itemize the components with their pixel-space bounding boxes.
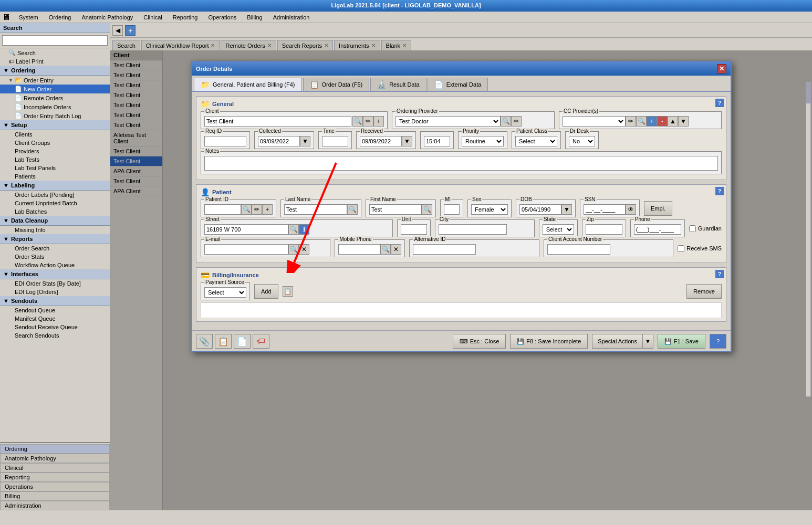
sidebar-section-interfaces[interactable]: ▼ Interfaces xyxy=(0,269,110,279)
sidebar-section-reports[interactable]: ▼ Reports xyxy=(0,234,110,244)
billing-help-button[interactable]: ? xyxy=(715,270,724,278)
footer-paperclip-btn[interactable]: 📎 xyxy=(196,334,213,349)
cc-providers-search-btn[interactable]: 🔍 xyxy=(636,116,647,127)
bottom-ordering[interactable]: Ordering xyxy=(0,444,110,454)
ordering-provider-edit-btn[interactable]: ✏ xyxy=(511,116,522,127)
unit-input[interactable] xyxy=(401,224,427,235)
sidebar-item-lab-tests[interactable]: Lab Tests xyxy=(0,155,110,164)
menu-operations[interactable]: Operations xyxy=(206,13,239,22)
priority-select[interactable]: Routine STAT Urgent xyxy=(462,136,504,146)
modal-tab-order-data[interactable]: 📋 Order Data (F5) xyxy=(303,78,370,91)
sidebar-item-incomplete-orders[interactable]: 📄 Incomplete Orders xyxy=(0,102,110,111)
dob-calendar-btn[interactable]: ▼ xyxy=(561,204,572,215)
sidebar-item-clients[interactable]: Clients xyxy=(0,130,110,139)
mi-input[interactable] xyxy=(444,204,460,215)
sidebar-item-current-unprinted[interactable]: Current Unprinted Batch xyxy=(0,199,110,207)
scrollbar-thumb[interactable] xyxy=(806,82,810,103)
phone-input[interactable] xyxy=(634,224,681,235)
bottom-anatomic-pathology[interactable]: Anatomic Pathology xyxy=(0,454,110,463)
footer-help-button[interactable]: ? xyxy=(710,334,726,349)
received-input[interactable] xyxy=(360,136,402,146)
sidebar-section-data-cleanup[interactable]: ▼ Data Cleanup xyxy=(0,216,110,226)
last-name-input[interactable] xyxy=(284,204,347,215)
collected-input[interactable] xyxy=(258,136,300,146)
menu-anatomic-pathology[interactable]: Anatomic Pathology xyxy=(79,13,135,22)
bottom-reporting[interactable]: Reporting xyxy=(0,472,110,482)
tab-blank-close[interactable]: ✕ xyxy=(402,43,407,48)
mobile-phone-input[interactable] xyxy=(338,244,380,255)
f8-save-incomplete-button[interactable]: 💾 F8 : Save Incomplete xyxy=(510,334,588,349)
sidebar-section-labeling[interactable]: ▼ Labeling xyxy=(0,181,110,191)
payment-source-select[interactable]: Select xyxy=(204,287,246,298)
general-help-button[interactable]: ? xyxy=(715,99,724,107)
cc-providers-up-btn[interactable]: ▲ xyxy=(668,116,678,127)
first-name-input[interactable] xyxy=(369,204,422,215)
sidebar-section-setup[interactable]: ▼ Setup xyxy=(0,120,110,130)
notes-textarea[interactable] xyxy=(204,156,718,171)
sidebar-item-missing-info[interactable]: Missing Info xyxy=(0,226,110,234)
menu-ordering[interactable]: Ordering xyxy=(47,13,74,22)
sidebar-item-order-search[interactable]: Order Search xyxy=(0,244,110,253)
patient-id-add-btn[interactable]: + xyxy=(262,204,273,215)
sidebar-item-label-print[interactable]: 🏷 Label Print xyxy=(0,57,110,66)
alt-id-input[interactable] xyxy=(413,244,476,255)
sidebar-section-sendouts[interactable]: ▼ Sendouts xyxy=(0,296,110,306)
remove-payment-button[interactable]: Remove xyxy=(686,284,722,299)
footer-list-btn[interactable]: 📋 xyxy=(215,334,232,349)
zip-input[interactable] xyxy=(586,224,622,235)
email-input[interactable] xyxy=(204,244,288,255)
sex-select[interactable]: Female Male Unknown xyxy=(471,204,508,215)
ssn-toggle-btn[interactable]: 👁 xyxy=(626,204,636,215)
modal-tab-external-data[interactable]: 📄 External Data xyxy=(428,78,488,91)
sidebar-item-search[interactable]: 🔍 Search xyxy=(0,48,110,57)
sidebar-item-sendout-receive[interactable]: Sendout Receive Queue xyxy=(0,323,110,331)
first-name-search-btn[interactable]: 🔍 xyxy=(422,204,432,215)
cc-providers-down-btn[interactable]: ▼ xyxy=(678,116,689,127)
client-input[interactable] xyxy=(204,116,351,127)
sidebar-item-sendout-queue[interactable]: Sendout Queue xyxy=(0,306,110,314)
modal-tab-general[interactable]: 📁 General, Patient and Billing (F4) xyxy=(194,78,302,91)
sidebar-section-ordering[interactable]: ▼ Ordering xyxy=(0,66,110,76)
bottom-clinical[interactable]: Clinical xyxy=(0,463,110,472)
sidebar-item-order-labels[interactable]: Order Labels [Pending] xyxy=(0,191,110,199)
collected-calendar-btn[interactable]: ▼ xyxy=(300,136,310,146)
tab-search-reports[interactable]: Search Reports ✕ xyxy=(277,40,333,50)
sidebar-item-search-sendouts[interactable]: Search Sendouts xyxy=(0,331,110,340)
client-account-input[interactable] xyxy=(547,244,610,255)
menu-reporting[interactable]: Reporting xyxy=(171,13,200,22)
ssn-input[interactable] xyxy=(584,204,626,215)
special-actions-button[interactable]: Special Actions xyxy=(592,334,642,349)
sidebar-item-manifest-queue[interactable]: Manifest Queue xyxy=(0,314,110,323)
sidebar-item-order-entry[interactable]: ▼ 📂 Order Entry xyxy=(0,76,110,85)
client-edit-btn[interactable]: ✏ xyxy=(363,116,373,127)
mobile-phone-clear-btn[interactable]: ✕ xyxy=(391,244,401,255)
client-add-btn[interactable]: + xyxy=(373,116,384,127)
ordering-provider-search-btn[interactable]: 🔍 xyxy=(501,116,511,127)
state-select[interactable]: Select xyxy=(543,224,574,235)
footer-doc-btn[interactable]: 📄 xyxy=(234,334,251,349)
receive-sms-checkbox[interactable] xyxy=(678,245,684,252)
last-name-search-btn[interactable]: 🔍 xyxy=(347,204,358,215)
toolbar-add-btn[interactable]: + xyxy=(125,25,136,36)
menu-administration[interactable]: Administration xyxy=(271,13,312,22)
tab-remote-orders[interactable]: Remote Orders ✕ xyxy=(221,40,276,50)
email-clear-btn[interactable]: ✕ xyxy=(299,244,309,255)
bottom-billing[interactable]: Billing xyxy=(0,491,110,501)
tab-clinical-workflow-close[interactable]: ✕ xyxy=(211,43,215,48)
req-id-input[interactable] xyxy=(204,136,246,146)
sidebar-item-remote-orders[interactable]: 📄 Remote Orders xyxy=(0,93,110,102)
sidebar-item-lab-batches[interactable]: Lab Batches xyxy=(0,207,110,216)
tab-clinical-workflow[interactable]: Clinical Workflow Report ✕ xyxy=(141,40,220,50)
footer-tag-btn[interactable]: 🏷 xyxy=(253,334,269,349)
received-time-input[interactable] xyxy=(424,136,450,146)
billing-copy-btn[interactable]: 📋 xyxy=(283,286,293,297)
add-payment-button[interactable]: Add xyxy=(254,284,278,299)
sidebar-item-order-batch-log[interactable]: 📄 Order Entry Batch Log xyxy=(0,111,110,120)
sidebar-search-input[interactable] xyxy=(2,35,108,46)
patient-help-button[interactable]: ? xyxy=(715,187,724,195)
sidebar-item-edi-log[interactable]: EDI Log [Orders] xyxy=(0,288,110,296)
tab-search[interactable]: Search xyxy=(112,40,140,50)
patient-id-search-btn[interactable]: 🔍 xyxy=(241,204,252,215)
sidebar-item-patients[interactable]: Patients xyxy=(0,172,110,181)
bottom-operations[interactable]: Operations xyxy=(0,482,110,491)
